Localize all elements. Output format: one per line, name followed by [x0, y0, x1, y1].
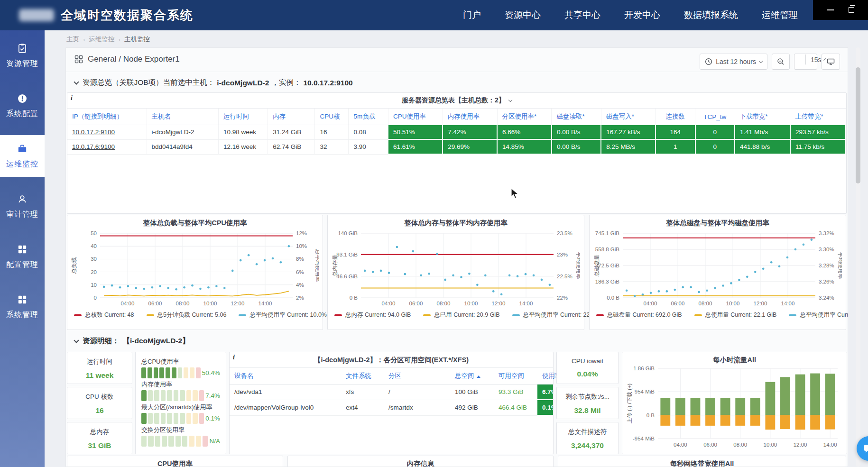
restore-icon[interactable]	[849, 7, 854, 13]
server-table-header[interactable]: 内存	[268, 109, 315, 125]
sidebar-item-3[interactable]: 审计管理	[0, 181, 45, 231]
legend-item[interactable]: 总磁盘量 Current: 692.0 GiB	[596, 311, 682, 319]
partition-table-header[interactable]: 使用率	[537, 368, 553, 385]
server-table-header[interactable]: IP（链接到明细）	[67, 109, 147, 125]
legend-item[interactable]: 总平均使用率 Current: 22.3%	[512, 311, 600, 319]
gauge-segment	[196, 367, 201, 378]
server-table-header[interactable]: 上传带宽*	[790, 109, 846, 125]
gauge-segment	[180, 390, 185, 401]
ip-link[interactable]: 10.0.17.2:9100	[67, 125, 147, 140]
legend-item[interactable]: 总平均使用率 Current: 3.3%	[789, 311, 848, 319]
partition-table-header[interactable]: 分区	[384, 368, 450, 385]
svg-text:0.0 B: 0.0 B	[607, 295, 619, 301]
partition-table-header[interactable]: 可用空间	[494, 368, 537, 385]
svg-text:总内存量: 总内存量	[332, 255, 338, 277]
detail-section-header[interactable]: 资源明细： 【i-dcoMjgwLD-2】	[66, 330, 190, 346]
ip-link[interactable]: 10.0.17.6:9100	[67, 139, 147, 154]
gauge-segment	[155, 436, 160, 447]
info-icon[interactable]: i	[233, 354, 235, 361]
sidebar-item-2[interactable]: 运维监控	[0, 135, 45, 177]
nav-item-data-report[interactable]: 数据填报系统	[684, 9, 738, 21]
table-cell: 12.16 week	[218, 139, 268, 154]
stat-cards-left: 运行时间11 weekCPU 核数16总内存31 GiB	[67, 352, 132, 454]
server-table-header[interactable]: 下载带宽*	[735, 109, 790, 125]
memory-chart[interactable]: 0 B46.6 GiB93.1 GiB140 GiB22%22.5%23%23.…	[332, 229, 580, 310]
gauge-segment	[168, 436, 174, 447]
svg-text:10:00: 10:00	[763, 442, 777, 448]
svg-text:10%: 10%	[296, 243, 307, 249]
chart-legend: 总核数 Current: 48总5分钟负载 Current: 5.06总平均使用…	[67, 310, 323, 319]
legend-item[interactable]: 总内存 Current: 94.0 GiB	[334, 311, 411, 319]
chevron-down-icon[interactable]	[508, 98, 512, 102]
server-table-header[interactable]: TCP_tw	[695, 109, 735, 125]
nav-item-dev-center[interactable]: 开发中心	[624, 9, 660, 21]
nav-item-ops-manage[interactable]: 运维管理	[762, 9, 798, 21]
svg-text:上传 (-) /下载 (+): 上传 (-) /下载 (+)	[627, 384, 632, 424]
legend-swatch-icon	[147, 314, 154, 316]
sidebar-item-4[interactable]: 配置管理	[0, 231, 45, 282]
partition-table-panel: i 【i-dcoMjgwLD-2】：各分区可用空间(EXT.*/XFS) 设备名…	[229, 352, 554, 454]
server-table-header[interactable]: 连接数	[656, 109, 695, 125]
sidebar-item-5[interactable]: 系统管理	[0, 282, 45, 332]
svg-text:140 GiB: 140 GiB	[338, 230, 358, 236]
server-table-header[interactable]: 运行时间	[218, 109, 268, 125]
partition-table-header[interactable]: 总空间	[450, 368, 494, 385]
server-table-header[interactable]: CPU核	[315, 109, 349, 125]
server-table-header[interactable]: 内存使用率	[443, 109, 497, 125]
svg-text:954 MiB: 954 MiB	[635, 389, 655, 394]
scrollbar[interactable]	[856, 47, 860, 467]
sidebar-item-0[interactable]: 资源管理	[0, 30, 45, 81]
gauge-label: 交换分区使用率	[141, 426, 220, 434]
server-table-header[interactable]: 磁盘写入*	[601, 109, 656, 125]
disk-chart[interactable]: 0.0 B186.3 GiB372.5 GiB558.8 GiB745.1 Gi…	[593, 229, 842, 310]
hourly-traffic-chart[interactable]: -954 MiB0 B954 MiB1.86 GiB04:0006:0008:0…	[626, 365, 843, 451]
window-controls	[813, 0, 868, 20]
stat-card: CPU 核数16	[67, 387, 132, 419]
minimize-icon[interactable]	[827, 9, 834, 10]
server-table-header[interactable]: 5m负载	[349, 109, 388, 125]
overview-middle: ，实例：	[271, 78, 301, 88]
partition-table-header[interactable]: 文件系统	[341, 368, 384, 385]
breadcrumb-home[interactable]: 主页	[66, 35, 79, 44]
cpu-load-chart[interactable]: 010203040502%4%6%8%10%12%04:0006:0008:00…	[71, 229, 319, 310]
gauge-value: 7.4%	[205, 392, 220, 399]
grid-icon	[17, 244, 28, 255]
overview-section-header[interactable]: 资源总览（关联JOB项）当前选中主机： i-dcoMjgwLD-2 ，实例： 1…	[66, 72, 848, 88]
time-range-picker[interactable]: Last 12 hours	[700, 54, 767, 70]
gauge-segment	[162, 436, 167, 447]
gauge-value: N/A	[209, 438, 220, 445]
refresh-interval-select[interactable]: 15s	[805, 54, 815, 65]
legend-label: 总已用 Current: 20.9 GiB	[434, 311, 499, 319]
stat-card: 运行时间11 week	[67, 352, 132, 384]
server-table-header[interactable]: CPU使用率	[388, 109, 443, 125]
stat-value: 16	[67, 406, 132, 415]
breadcrumb-separator: ›	[119, 36, 121, 43]
server-table-header[interactable]: 主机名	[147, 109, 218, 125]
legend-item[interactable]: 总5分钟负载 Current: 5.06	[147, 311, 227, 319]
scrollbar-thumb[interactable]	[856, 67, 860, 183]
detail-host: 【i-dcoMjgwLD-2】	[123, 336, 190, 346]
legend-item[interactable]: 总核数 Current: 48	[74, 311, 134, 319]
server-table-header[interactable]: 磁盘读取*	[552, 109, 601, 125]
svg-text:04:00: 04:00	[382, 301, 396, 306]
sidebar-item-1[interactable]: 系统配置	[0, 81, 45, 131]
table-cell: 441.88 b/s	[735, 139, 790, 154]
top-navbar: 全域时空数据聚合系统 门户 资源中心 共享中心 开发中心 数据填报系统 运维管理	[0, 0, 868, 30]
legend-item[interactable]: 总平均使用率 Current: 10.0%	[239, 311, 327, 319]
display-mode-button[interactable]	[822, 54, 840, 70]
server-table-header[interactable]: 分区使用率*	[497, 109, 552, 125]
svg-text:12%: 12%	[296, 230, 307, 236]
nav-item-resource-center[interactable]: 资源中心	[505, 9, 541, 21]
nav-item-share-center[interactable]: 共享中心	[564, 9, 600, 21]
legend-item[interactable]: 总已用 Current: 20.9 GiB	[423, 311, 499, 319]
nav-item-portal[interactable]: 门户	[463, 9, 481, 21]
zoom-out-button[interactable]	[772, 54, 790, 70]
gauge-segment	[178, 367, 183, 378]
breadcrumb-ops-monitor[interactable]: 运维监控	[89, 35, 115, 44]
table-cell: i-dcoMjgwLD-2	[147, 125, 218, 140]
gauge-segment	[184, 367, 188, 378]
partition-table-header[interactable]: 设备名	[230, 368, 341, 385]
partition-table-title: 【i-dcoMjgwLD-2】：各分区可用空间(EXT.*/XFS)	[230, 352, 553, 365]
legend-item[interactable]: 总使用量 Current: 22.1 GiB	[694, 311, 777, 319]
refresh-button[interactable]	[794, 54, 804, 65]
